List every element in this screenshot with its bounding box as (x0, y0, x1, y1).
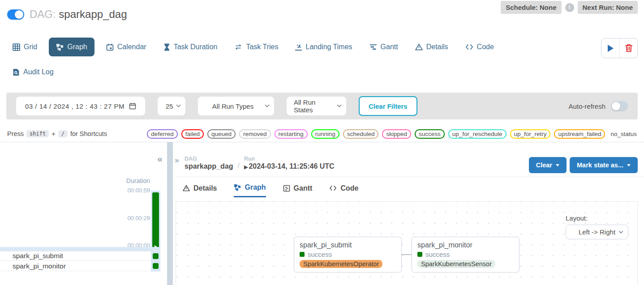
task-edge (402, 254, 412, 255)
task-node-spark-pi-monitor[interactable]: spark_pi_monitor success SparkKubernetes… (412, 237, 519, 272)
run-marker-icon: ▶ (244, 164, 248, 170)
duration-axis-label: Duration (126, 177, 150, 184)
task-row[interactable]: spark_pi_submit (0, 251, 160, 261)
task-instance-square[interactable] (153, 263, 159, 269)
expand-panel-icon[interactable]: » (175, 156, 179, 165)
breadcrumb-dag[interactable]: DAG sparkapp_dag (185, 156, 233, 170)
task-row[interactable]: spark_pi_monitor (0, 261, 160, 271)
repeat-icon (234, 43, 242, 51)
info-icon[interactable]: i (565, 3, 574, 12)
tab-task-tries[interactable]: Task Tries (229, 38, 283, 56)
warning-triangle-icon (415, 43, 423, 51)
tab-run-details[interactable]: Details (183, 183, 217, 197)
graph-icon (234, 184, 241, 191)
tab-gantt[interactable]: Gantt (364, 38, 404, 56)
schedule-info: Schedule: None i Next Run: None (501, 1, 638, 14)
base-date-input[interactable]: 03 / 14 / 2024 , 12 : 43 : 27 PM (16, 97, 145, 115)
legend-deferred[interactable]: deferred (147, 129, 177, 139)
shortcuts-hint: Press shift + / for Shortcuts (7, 130, 107, 137)
dag-pause-toggle[interactable] (7, 9, 24, 20)
run-header-divider (176, 177, 644, 177)
legend-running[interactable]: running (311, 129, 339, 139)
hourglass-icon (163, 43, 170, 51)
code-icon (329, 185, 337, 191)
node-title: spark_pi_submit (300, 241, 396, 249)
tab-graph[interactable]: Graph (49, 38, 94, 56)
legend-failed[interactable]: failed (181, 129, 204, 139)
tab-run-graph[interactable]: Graph (234, 183, 266, 197)
panel-divider[interactable] (167, 142, 173, 285)
graph-canvas[interactable]: Layout: Left -> Right spark_pi_submit su… (176, 201, 638, 285)
legend-skipped[interactable]: skipped (382, 129, 411, 139)
dag-nav-tabs: Grid Graph Calendar Task Duration Task T… (7, 38, 499, 56)
tab-audit-log[interactable]: Audit Log (7, 63, 59, 81)
duration-tick: 00:00:59 (127, 187, 150, 194)
legend-success[interactable]: success (415, 129, 445, 139)
tab-task-duration[interactable]: Task Duration (158, 38, 223, 56)
legend-up-for-retry[interactable]: up_for_retry (510, 129, 551, 139)
dag-actions (601, 38, 638, 58)
breadcrumb-run[interactable]: Run ▶2024-03-14, 11:25:46 UTC (244, 156, 335, 170)
auto-refresh-label: Auto-refresh (568, 102, 605, 110)
clear-run-button[interactable]: Clear (529, 157, 567, 173)
tab-details[interactable]: Details (410, 38, 454, 56)
code-icon (465, 44, 473, 50)
play-icon (608, 45, 614, 52)
breadcrumb: DAG sparkapp_dag / Run ▶2024-03-14, 11:2… (185, 156, 335, 170)
legend-queued[interactable]: queued (207, 129, 236, 139)
tab-label: Details (426, 43, 448, 51)
operator-badge: SparkKubernetesSensor (417, 260, 495, 268)
grid-panel: « Duration 00:00:59 00:00:29 00:00:00 sp… (0, 142, 167, 285)
layout-control: Layout: Left -> Right (566, 214, 628, 239)
grid-icon (13, 43, 20, 51)
legend-restarting[interactable]: restarting (275, 129, 308, 139)
chevron-down-icon (337, 105, 342, 108)
tab-landing-times[interactable]: ✈ Landing Times (290, 38, 357, 56)
chevron-down-icon (176, 105, 181, 108)
run-timestamp: 2024-03-14, 11:25:46 UTC (249, 162, 334, 170)
auto-refresh-control: Auto-refresh (568, 101, 628, 111)
mark-state-button[interactable]: Mark state as... (570, 157, 638, 173)
legend-scheduled[interactable]: scheduled (343, 129, 379, 139)
tab-code[interactable]: Code (460, 38, 499, 56)
tab-grid[interactable]: Grid (7, 38, 43, 56)
gantt-icon (369, 44, 377, 51)
legend-no-status[interactable]: no_status (610, 131, 637, 137)
task-name[interactable]: spark_pi_submit (0, 252, 63, 260)
node-state: success (425, 251, 450, 258)
run-detail-panel: » DAG sparkapp_dag / Run ▶2024-03-14, 11… (173, 142, 644, 285)
run-types-select[interactable]: All Run Types (198, 97, 274, 115)
page-size-select[interactable]: 25 (158, 97, 185, 115)
tab-label: Task Duration (174, 43, 218, 51)
auto-refresh-toggle[interactable] (611, 101, 628, 111)
calendar-icon (106, 43, 114, 51)
state-square-icon (417, 252, 422, 257)
audit-log-icon (13, 68, 20, 76)
collapse-panel-icon[interactable]: « (157, 154, 163, 163)
run-duration-bar[interactable] (152, 192, 159, 250)
caret-down-icon (627, 164, 631, 166)
node-title: spark_pi_monitor (417, 241, 514, 249)
trigger-dag-button[interactable] (601, 38, 619, 58)
calendar-picker-icon[interactable] (129, 102, 136, 110)
dag-nav-tabs-row2: Audit Log (7, 63, 59, 81)
tab-run-code[interactable]: Code (329, 183, 358, 197)
run-states-select[interactable]: All Run States (287, 97, 346, 115)
tab-run-gantt[interactable]: Gantt (283, 183, 313, 197)
run-actions: Clear Mark state as... (529, 157, 638, 173)
tab-label: Grid (24, 43, 37, 51)
tab-calendar[interactable]: Calendar (101, 38, 152, 56)
legend-up-for-reschedule[interactable]: up_for_reschedule (448, 129, 507, 139)
legend-upstream-failed[interactable]: upstream_failed (554, 129, 605, 139)
slash-key: / (58, 130, 68, 137)
legend-removed[interactable]: removed (239, 129, 271, 139)
airflow-dag-page: Schedule: None i Next Run: None DAG: spa… (0, 0, 644, 285)
task-instance-square[interactable] (153, 253, 159, 259)
task-name[interactable]: spark_pi_monitor (0, 262, 66, 270)
task-node-spark-pi-submit[interactable]: spark_pi_submit success SparkKubernetesO… (294, 237, 402, 272)
clear-filters-button[interactable]: Clear Filters (359, 96, 417, 116)
layout-select[interactable]: Left -> Right (566, 225, 628, 239)
chevron-down-icon (618, 230, 623, 234)
duration-tick: 00:00:29 (127, 215, 150, 221)
delete-dag-button[interactable] (619, 38, 637, 58)
